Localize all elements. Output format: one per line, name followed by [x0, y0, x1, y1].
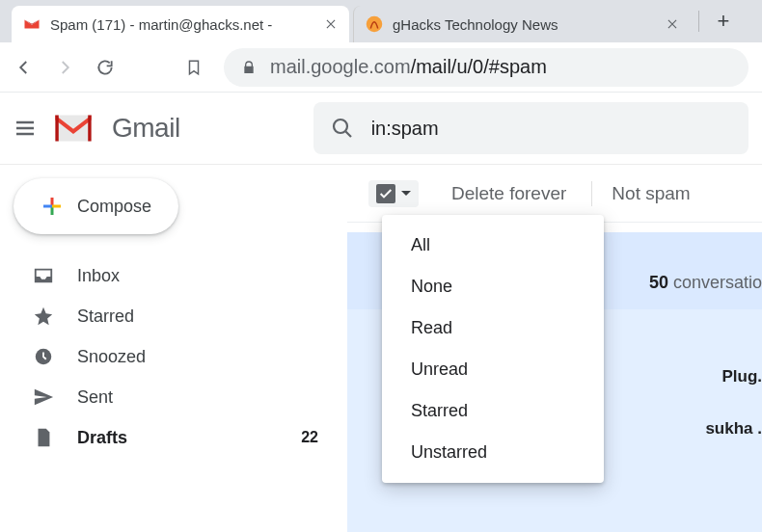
lock-icon [241, 60, 257, 75]
brand-text: Gmail [112, 113, 180, 144]
browser-nav-bar: mail.google.com/mail/u/0/#spam [0, 42, 762, 93]
gmail-header: Gmail [0, 93, 762, 165]
sidebar: Compose Inbox Starred Snoozed Sent Draft… [0, 165, 347, 532]
checkbox-checked-icon [376, 184, 395, 203]
dropdown-item-starred[interactable]: Starred [382, 390, 604, 432]
sidebar-item-count: 22 [301, 429, 318, 446]
url-text: mail.google.com/mail/u/0/#spam [270, 56, 547, 78]
plus-icon [41, 195, 64, 218]
svg-point-0 [367, 16, 383, 33]
dropdown-item-unstarred[interactable]: Unstarred [382, 432, 604, 473]
tab-title: Spam (171) - martin@ghacks.net - [50, 16, 314, 33]
bookmark-icon[interactable] [183, 57, 204, 78]
pagination-text: 50 conversatio [649, 273, 762, 293]
gmail-body: Compose Inbox Starred Snoozed Sent Draft… [0, 165, 762, 532]
search-icon[interactable] [331, 117, 354, 140]
new-tab-button[interactable]: + [709, 7, 738, 36]
chevron-down-icon [401, 191, 411, 196]
sidebar-nav: Inbox Starred Snoozed Sent Drafts 22 [0, 255, 347, 458]
sidebar-item-label: Drafts [77, 428, 278, 448]
reload-icon[interactable] [95, 57, 116, 78]
delete-forever-button[interactable]: Delete forever [451, 183, 566, 204]
main-pane: Delete forever Not spam 50 conversatio P… [347, 165, 762, 532]
dropdown-item-read[interactable]: Read [382, 307, 604, 349]
not-spam-button[interactable]: Not spam [612, 183, 690, 204]
search-input[interactable] [371, 118, 731, 140]
tab-title: gHacks Technology News [393, 16, 656, 33]
close-icon[interactable] [324, 17, 338, 31]
sidebar-item-label: Starred [77, 306, 318, 327]
sidebar-item-label: Snoozed [77, 347, 318, 367]
dropdown-item-all[interactable]: All [382, 225, 604, 266]
sidebar-item-sent[interactable]: Sent [0, 377, 347, 417]
toolbar-separator [591, 181, 592, 206]
gmail-icon [23, 15, 41, 33]
star-icon [33, 306, 54, 327]
address-bar[interactable]: mail.google.com/mail/u/0/#spam [224, 48, 748, 87]
search-bar[interactable] [313, 102, 748, 154]
gmail-logo-icon [52, 112, 95, 145]
dropdown-item-unread[interactable]: Unread [382, 349, 604, 390]
select-dropdown: All None Read Unread Starred Unstarred [382, 215, 604, 483]
toolbar: Delete forever Not spam [347, 165, 762, 223]
pagination-word: conversatio [673, 273, 762, 292]
tab-separator [698, 11, 699, 32]
url-path: /mail/u/0/#spam [411, 56, 547, 77]
sidebar-item-label: Inbox [77, 266, 318, 286]
close-icon[interactable] [666, 17, 679, 31]
browser-tab-active[interactable]: Spam (171) - martin@ghacks.net - [12, 6, 349, 42]
page-size: 50 [649, 273, 668, 292]
mail-row-peek[interactable]: Plug. [721, 367, 762, 386]
back-icon[interactable] [14, 57, 35, 78]
browser-tab-inactive[interactable]: gHacks Technology News [353, 6, 691, 42]
forward-icon[interactable] [54, 57, 75, 78]
sidebar-item-starred[interactable]: Starred [0, 296, 347, 336]
sidebar-item-drafts[interactable]: Drafts 22 [0, 417, 347, 458]
url-host: mail.google.com [270, 56, 411, 77]
dropdown-item-none[interactable]: None [382, 266, 604, 307]
inbox-icon [33, 265, 54, 286]
sidebar-item-inbox[interactable]: Inbox [0, 255, 347, 296]
sidebar-item-label: Sent [77, 387, 318, 408]
compose-button[interactable]: Compose [14, 178, 178, 234]
svg-point-1 [334, 120, 347, 133]
ghacks-icon [366, 15, 383, 33]
file-icon [33, 427, 54, 448]
clock-icon [33, 346, 54, 367]
send-icon [33, 386, 54, 408]
sidebar-item-snoozed[interactable]: Snoozed [0, 336, 347, 377]
select-all-button[interactable] [368, 180, 419, 207]
compose-label: Compose [77, 197, 151, 217]
menu-icon[interactable] [14, 117, 35, 140]
mail-row-peek[interactable]: sukha . [705, 419, 762, 439]
browser-tab-strip: Spam (171) - martin@ghacks.net - gHacks … [0, 0, 762, 42]
